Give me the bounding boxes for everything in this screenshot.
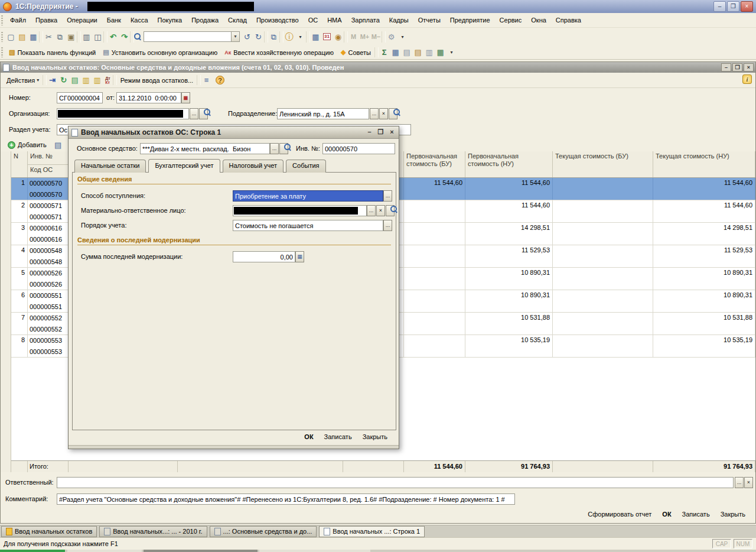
separator[interactable]: [130, 31, 134, 43]
report-sum-icon[interactable]: Σ: [379, 47, 390, 58]
person-clear-button[interactable]: ×: [376, 205, 385, 216]
save-icon[interactable]: ▦: [28, 31, 39, 43]
dialog-close-button[interactable]: Закрыть: [357, 432, 393, 441]
close-button[interactable]: ×: [741, 1, 753, 12]
report-person2-icon[interactable]: ▤: [412, 47, 423, 58]
button-ok[interactable]: ОК: [657, 509, 676, 519]
post-document-icon[interactable]: ⇥: [47, 74, 58, 86]
user-lock-icon[interactable]: ◉: [333, 31, 344, 43]
doc-movements-icon[interactable]: ▥: [80, 74, 92, 86]
menu-item-service[interactable]: Сервис: [495, 15, 527, 25]
col-header-inv[interactable]: Инв. № Код ОС: [28, 151, 69, 177]
menu-item-help[interactable]: Справка: [551, 15, 586, 25]
dept-clear-button[interactable]: ×: [379, 108, 388, 119]
separator[interactable]: [306, 31, 310, 43]
dialog-resize-edge[interactable]: [69, 445, 399, 449]
col-header-initial-cost-bu[interactable]: Первоначальная стоимость (БУ): [404, 151, 465, 177]
memory-m-icon[interactable]: M: [348, 31, 359, 43]
info-icon[interactable]: i: [742, 74, 752, 84]
date-field[interactable]: [116, 92, 181, 103]
search-input[interactable]: [144, 31, 231, 42]
tab-events[interactable]: События: [286, 160, 325, 173]
responsible-field[interactable]: [57, 477, 734, 488]
taskbar-tab-os-list[interactable]: ...: Основные средства и до...: [210, 526, 317, 537]
copy-doc-icon[interactable]: ▤: [69, 74, 80, 86]
responsible-select-button[interactable]: ...: [735, 477, 744, 488]
asset-select-button[interactable]: ...: [270, 143, 279, 154]
menu-item-reports[interactable]: Отчеты: [413, 15, 445, 25]
menu-item-file[interactable]: Файл: [5, 15, 31, 25]
forward-icon[interactable]: ↷: [119, 31, 130, 43]
menu-item-os[interactable]: ОС: [304, 15, 323, 25]
calculator-button[interactable]: ▦: [295, 251, 304, 262]
separator[interactable]: [344, 31, 348, 43]
doc-close-button[interactable]: ×: [744, 63, 754, 72]
separator[interactable]: [39, 31, 43, 43]
pages-icon[interactable]: ⧉: [268, 31, 279, 43]
structure-icon[interactable]: ≡: [201, 74, 212, 86]
taskbar-tab-row1[interactable]: Ввод начальных ...: Строка 1: [319, 526, 425, 537]
col-header-current-cost-bu[interactable]: Текущая стоимость (БУ): [553, 151, 653, 177]
minimize-button[interactable]: –: [713, 1, 726, 12]
method-field[interactable]: [233, 190, 383, 202]
print-preview-icon[interactable]: ◫: [92, 31, 103, 43]
open-folder-icon[interactable]: ▤: [17, 31, 28, 43]
btn-show-function-panel[interactable]: ▧Показать панель функций: [5, 47, 99, 57]
separator[interactable]: [279, 31, 284, 43]
calendar-button[interactable]: ▦: [181, 92, 190, 103]
dropdown-caret-icon[interactable]: ▾: [295, 31, 306, 43]
menu-item-edit[interactable]: Правка: [31, 15, 62, 25]
menu-item-bank[interactable]: Банк: [102, 15, 126, 25]
accounting-order-field[interactable]: [233, 220, 383, 231]
col-header-initial-cost-nu[interactable]: Первоначальная стоимость (НУ): [465, 151, 553, 177]
dialog-close-button[interactable]: ×: [387, 128, 396, 136]
menu-item-nma[interactable]: НМА: [322, 15, 346, 25]
dropdown-caret-icon[interactable]: ▾: [446, 47, 457, 58]
memory-m-plus-icon[interactable]: M+: [359, 31, 370, 43]
tab-tax[interactable]: Налоговый учет: [223, 160, 284, 173]
calendar-icon[interactable]: 31: [321, 31, 333, 43]
col-header-current-cost-nu[interactable]: Текущая стоимость (НУ): [653, 151, 755, 177]
col-header-n[interactable]: N: [11, 151, 28, 177]
new-document-icon[interactable]: ▢: [5, 31, 17, 43]
help-icon[interactable]: ?: [216, 76, 224, 85]
dialog-save-button[interactable]: Записать: [319, 432, 357, 441]
separator[interactable]: [264, 31, 268, 43]
comment-field[interactable]: [57, 493, 515, 505]
search-icon[interactable]: [134, 33, 142, 41]
menu-item-production[interactable]: Производство: [252, 15, 304, 25]
taskbar-tab-doc-2010[interactable]: Ввод начальных...: ... - 2010 г.: [99, 526, 207, 537]
report-person-icon[interactable]: ▤: [401, 47, 412, 58]
back-icon[interactable]: ↶: [107, 31, 119, 43]
btn-enter-operation[interactable]: АкВвести хозяйственную операцию: [221, 48, 337, 57]
menu-item-warehouse[interactable]: Склад: [223, 15, 252, 25]
org-search-button[interactable]: [199, 108, 208, 119]
menu-item-sale[interactable]: Продажа: [187, 15, 223, 25]
menu-item-salary[interactable]: Зарплата: [347, 15, 384, 25]
asset-search-button[interactable]: [279, 143, 288, 154]
cut-icon[interactable]: ✂: [43, 31, 54, 43]
doc-restore-button[interactable]: ❒: [732, 63, 742, 72]
order-select-button[interactable]: ...: [383, 220, 392, 231]
reread-icon[interactable]: ↻: [58, 74, 69, 86]
menu-item-purchase[interactable]: Покупка: [153, 15, 187, 25]
button-save[interactable]: Записать: [677, 509, 715, 519]
info-icon[interactable]: ⓘ: [284, 31, 295, 43]
settings-wrench-icon[interactable]: ⚙: [386, 31, 397, 43]
taskbar-tab-initial-balances[interactable]: Ввод начальных остатков: [1, 526, 97, 537]
number-field[interactable]: [57, 92, 103, 103]
inventory-number-field[interactable]: [322, 143, 395, 154]
dept-select-button[interactable]: ...: [370, 108, 379, 119]
print-icon[interactable]: ▥: [81, 31, 92, 43]
memory-m-minus-icon[interactable]: M−: [370, 31, 382, 43]
find-next-icon[interactable]: ↻: [253, 31, 264, 43]
debit-credit-icon[interactable]: Дт Кт: [105, 76, 110, 85]
button-generate-report[interactable]: Сформировать отчет: [582, 509, 657, 519]
menu-item-windows[interactable]: Окна: [526, 15, 551, 25]
dialog-minimize-button[interactable]: –: [365, 128, 374, 136]
actions-menu-button[interactable]: Действия ▾: [3, 76, 43, 85]
balance-entry-mode-button[interactable]: Режим ввода остатков...: [117, 76, 197, 85]
responsible-clear-button[interactable]: ×: [744, 477, 753, 488]
button-close[interactable]: Закрыть: [715, 509, 751, 519]
person-search-button[interactable]: [386, 205, 395, 216]
